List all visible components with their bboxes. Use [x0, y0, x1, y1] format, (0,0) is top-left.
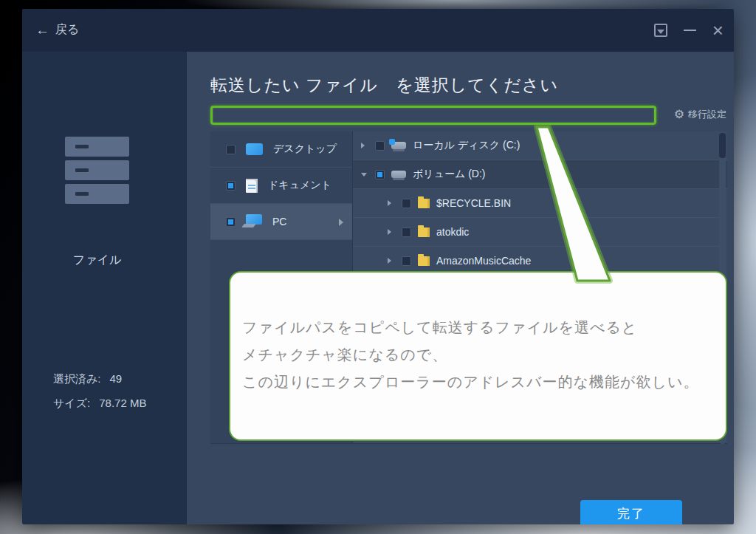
size-value: 78.72 MB [99, 397, 146, 411]
tree-row[interactable]: PC [210, 204, 352, 240]
checkbox[interactable] [402, 199, 411, 208]
tree-item-label: ローカル ディスク (C:) [413, 139, 520, 152]
annotation-highlight-box [210, 106, 656, 125]
checkbox[interactable] [402, 227, 411, 237]
tree-item-label: ドキュメント [268, 179, 331, 192]
tree-item-label: PC [272, 216, 286, 227]
tree-row[interactable]: ボリューム (D:) [353, 160, 727, 189]
drive-icon [391, 142, 406, 149]
folder-icon [418, 256, 430, 266]
sidebar: ファイル 選択済み: 49 サイズ: 78.72 MB [22, 52, 187, 524]
checkbox[interactable] [226, 181, 236, 191]
folder-icon [418, 199, 430, 208]
tree-row[interactable]: $RECYCLE.BIN [353, 189, 727, 218]
scrollbar-thumb[interactable] [719, 133, 726, 158]
sidebar-item-files[interactable]: ファイル [50, 253, 144, 268]
back-arrow-icon: ← [35, 23, 49, 37]
gear-icon: ⚙ [674, 109, 684, 120]
tree-row[interactable]: デスクトップ [210, 131, 352, 168]
tree-row[interactable]: ドキュメント [210, 168, 352, 204]
back-button[interactable]: ← 戻る [35, 22, 79, 38]
files-drives-icon[interactable] [65, 137, 129, 208]
annotation-callout: ファイルパスをコピペして転送するファイルを選べると メチャクチャ楽になるので、 … [229, 271, 727, 441]
annotation-line: メチャクチャ楽になるので、 [242, 341, 715, 369]
window-menu-icon[interactable] [654, 24, 667, 37]
annotation-line: この辺りにエクスプローラーのアドレスバー的な機能が欲しい。 [242, 369, 715, 396]
expander-arrow-icon[interactable] [388, 258, 395, 264]
migration-settings-button[interactable]: ⚙ 移行設定 [674, 108, 726, 121]
expander-arrow-icon[interactable] [361, 143, 368, 148]
tree-row[interactable]: atokdic [353, 218, 727, 247]
document-icon [246, 179, 258, 193]
selected-count-value: 49 [110, 372, 123, 386]
app-window: ← 戻る × ファイル 選択済み: 49 サイズ: 78.72 MB 転送したい… [22, 9, 734, 524]
size-label: サイズ: [53, 397, 90, 411]
expander-arrow-icon[interactable] [388, 200, 395, 206]
tree-item-label: $RECYCLE.BIN [436, 197, 511, 209]
back-label: 戻る [55, 22, 79, 38]
checkbox[interactable] [226, 145, 236, 154]
page-title: 転送したい ファイル を選択してください [210, 74, 558, 97]
migration-settings-label: 移行設定 [688, 108, 726, 121]
tree-row[interactable]: ローカル ディスク (C:) [353, 131, 727, 160]
selected-count-label: 選択済み: [53, 372, 101, 386]
annotation-line: ファイルパスをコピペして転送するファイルを選べると [242, 314, 715, 341]
checkbox[interactable] [402, 256, 411, 266]
selection-stats: 選択済み: 49 サイズ: 78.72 MB [53, 372, 146, 421]
chevron-right-icon [339, 219, 343, 226]
tree-item-label: AmazonMusicCache [436, 255, 531, 267]
checkbox[interactable] [226, 217, 236, 227]
tree-item-label: ボリューム (D:) [413, 168, 486, 181]
window-controls: × [654, 9, 724, 52]
checkbox[interactable] [375, 141, 385, 151]
drive-icon [391, 171, 406, 178]
done-button[interactable]: 完了 [580, 500, 682, 524]
tree-item-label: デスクトップ [273, 143, 337, 156]
minimize-icon[interactable] [684, 30, 696, 31]
folder-icon [418, 227, 430, 237]
checkbox[interactable] [375, 170, 385, 179]
titlebar: ← 戻る × [22, 9, 734, 52]
tree-item-label: atokdic [436, 226, 469, 238]
expander-arrow-icon[interactable] [361, 173, 368, 177]
desktop-icon [246, 143, 263, 155]
expander-arrow-icon[interactable] [388, 229, 395, 235]
pc-icon [246, 214, 262, 225]
close-icon[interactable]: × [712, 24, 724, 37]
